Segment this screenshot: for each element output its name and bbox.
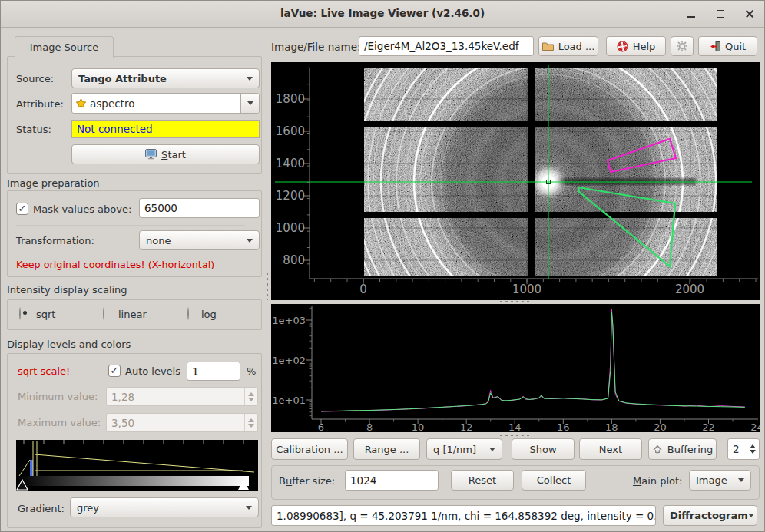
svg-text:1200: 1200 [276, 189, 305, 203]
buffer-size-input[interactable]: 1024 [345, 470, 439, 491]
buffer-count-spinbox[interactable]: 2 [727, 438, 760, 460]
chevron-down-icon [246, 506, 252, 510]
svg-text:24: 24 [750, 421, 760, 432]
main-plot-value: Image [696, 474, 727, 486]
status-value-field: Not connected [71, 120, 260, 138]
spin-arrows [244, 388, 257, 405]
source-select-value: Tango Attribute [78, 73, 167, 84]
chevron-down-icon [247, 77, 253, 81]
application-window: laVue: Live Image Viewer (v2.46.0) Image… [0, 0, 765, 532]
levels-histogram[interactable] [16, 440, 258, 491]
svg-text:22: 22 [702, 421, 715, 432]
coordinates-note: Keep original coordinates! (X-horizontal… [16, 259, 214, 270]
buffering-icon [652, 444, 663, 454]
radio-sqrt[interactable] [19, 307, 21, 320]
image-preparation-header: Image preparation [7, 177, 100, 189]
source-label: Source: [16, 73, 54, 84]
mask-checkbox[interactable]: ✓ [16, 203, 28, 215]
chevron-down-icon [738, 478, 744, 482]
attribute-dropdown-button[interactable] [240, 94, 259, 113]
radio-log[interactable] [187, 307, 189, 320]
transformation-select[interactable]: none [139, 230, 260, 250]
svg-text:14: 14 [508, 421, 522, 432]
chevron-down-icon [247, 101, 253, 105]
auto-levels-checkbox[interactable]: ✓ [108, 365, 121, 377]
chevron-down-icon [748, 514, 754, 517]
buffering-button[interactable]: Buffering [648, 438, 717, 460]
svg-text:16: 16 [557, 421, 570, 432]
show-button[interactable]: Show [512, 438, 575, 460]
next-button[interactable]: Next [579, 438, 642, 460]
gradient-select[interactable]: grey [70, 497, 259, 517]
buffer-size-label: Buffer size: [279, 475, 335, 487]
range-button[interactable]: Range ... [353, 438, 420, 460]
exit-door-icon [710, 41, 720, 51]
svg-text:1e+01: 1e+01 [272, 395, 306, 406]
radio-log-label: log [201, 309, 217, 320]
svg-text:6: 6 [318, 421, 324, 432]
auto-levels-input[interactable]: 1 [187, 362, 240, 381]
reset-button[interactable]: Reset [451, 470, 514, 491]
image-plot[interactable]: 18001600140012001000800010002000 [271, 62, 760, 300]
pointer-status-field: 1.08990683], q = 45.203791 1/nm, chi = 1… [271, 505, 656, 526]
main-plot-label: Main plot: [633, 475, 682, 487]
panel-splitter-handle[interactable] [266, 271, 269, 300]
tab-image-source[interactable]: Image Source [15, 36, 114, 58]
gear-icon [676, 40, 688, 52]
svg-text:1000: 1000 [276, 221, 305, 235]
radio-linear[interactable] [103, 307, 104, 320]
mask-label: Mask values above: [33, 203, 131, 215]
load-button[interactable]: Load ... [538, 36, 598, 56]
settings-button[interactable] [671, 36, 694, 56]
quit-button-label: Quit [725, 41, 746, 52]
status-value: Not connected [77, 123, 153, 135]
units-value: q [1/nm] [433, 444, 476, 455]
pointer-status-text: 1.08990683], q = 45.203791 1/nm, chi = 1… [277, 510, 656, 522]
transformation-label: Transformation: [16, 235, 94, 246]
help-button-label: Help [633, 41, 656, 52]
display-levels-header: Display levels and colors [7, 339, 131, 350]
chevron-down-icon [247, 239, 253, 243]
source-select[interactable]: Tango Attribute [71, 68, 260, 88]
plot-background [271, 304, 760, 432]
units-select[interactable]: q [1/nm] [426, 438, 502, 460]
svg-text:18: 18 [605, 421, 618, 432]
file-name-input[interactable]: /Eiger4M_Al2O3_13.45keV.edf [359, 36, 534, 56]
calibration-button[interactable]: Calibration ... [271, 438, 348, 460]
tab-image-source-label: Image Source [30, 41, 99, 53]
collect-button[interactable]: Collect [522, 470, 586, 491]
close-icon[interactable] [744, 8, 755, 19]
svg-text:1400: 1400 [276, 157, 305, 170]
svg-text:1600: 1600 [276, 124, 305, 138]
spin-arrows[interactable] [747, 439, 759, 459]
minimize-icon[interactable] [686, 8, 697, 19]
intensity-scaling-header: Intensity display scaling [7, 284, 128, 296]
collect-button-label: Collect [537, 474, 571, 486]
toolbar-splitter-handle[interactable] [498, 434, 531, 437]
range-button-label: Range ... [365, 444, 409, 455]
radio-sqrt-label: sqrt [36, 309, 55, 320]
quit-button[interactable]: Quit [698, 36, 757, 56]
plot-mode-select[interactable]: Diffractogram [663, 505, 757, 526]
mask-value-input[interactable]: 65000 [139, 198, 260, 218]
maximize-icon[interactable] [715, 8, 726, 19]
diffractogram-plot[interactable]: 6810121416182022241e+011e+021e+03 [271, 304, 760, 432]
attribute-combobox[interactable]: aspectro [71, 93, 260, 114]
svg-text:10: 10 [412, 421, 425, 432]
auto-levels-label: Auto levels [125, 365, 180, 377]
start-button[interactable]: Start [71, 144, 260, 164]
buffering-button-label: Buffering [667, 444, 714, 455]
file-name-value: /Eiger4M_Al2O3_13.45keV.edf [364, 40, 519, 52]
svg-text:1000: 1000 [512, 283, 541, 296]
start-button-label: Start [161, 149, 186, 160]
main-plot-select[interactable]: Image [689, 470, 751, 491]
histogram-selection-bar [30, 460, 33, 476]
plot-splitter-handle[interactable] [498, 300, 531, 303]
gradient-value: grey [77, 502, 99, 514]
help-button[interactable]: Help [606, 36, 666, 56]
auto-levels-value: 1 [192, 365, 199, 378]
minimum-value-label: Minimum value: [18, 391, 98, 402]
mask-value: 65000 [144, 202, 177, 214]
spin-arrows [244, 414, 257, 431]
title-bar[interactable]: laVue: Live Image Viewer (v2.46.0) [1, 1, 764, 28]
